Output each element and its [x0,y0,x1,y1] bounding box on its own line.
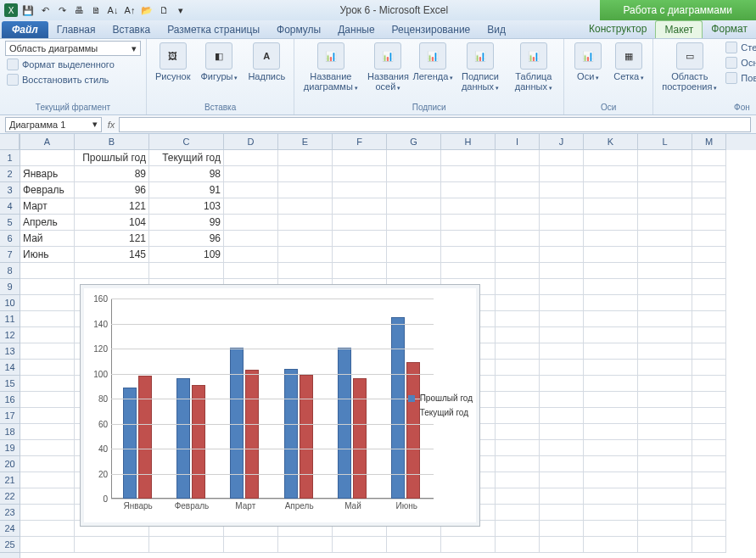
cell[interactable] [333,231,387,247]
chart-legend[interactable]: Прошлый годТекущий год [408,388,473,422]
cell[interactable] [224,537,278,553]
cell[interactable] [540,263,584,279]
cell[interactable] [540,150,584,166]
cell[interactable]: Апрель [20,215,75,231]
tab-review[interactable]: Рецензирование [384,21,479,38]
cell[interactable] [638,488,692,505]
gridlines-button[interactable]: ▦Сетка [610,41,647,85]
cell[interactable] [638,150,692,166]
column-header[interactable]: A [20,134,75,150]
cell[interactable] [638,392,692,408]
cell[interactable] [149,263,224,279]
cell[interactable] [692,198,726,215]
cell[interactable] [584,263,638,279]
cell[interactable] [20,505,75,521]
format-selection-button[interactable]: Формат выделенного [5,58,141,71]
cell[interactable] [638,182,692,198]
row-header[interactable]: 19 [0,440,20,456]
cell[interactable] [20,521,75,537]
row-header[interactable]: 24 [0,521,20,537]
cell[interactable] [441,215,496,231]
cell[interactable] [441,150,496,166]
app-icon[interactable]: X [3,3,19,18]
cell[interactable] [224,263,278,279]
cell[interactable] [496,150,540,166]
cell[interactable] [692,311,726,327]
cell[interactable] [540,440,584,456]
cell[interactable] [584,343,638,360]
save-icon[interactable]: 💾 [20,3,36,18]
cell[interactable]: Январь [20,166,75,182]
cell[interactable] [333,182,387,198]
cell[interactable] [584,392,638,408]
cell[interactable] [20,311,75,327]
cell[interactable] [441,198,496,215]
cell[interactable] [540,505,584,521]
cell[interactable]: 89 [75,166,149,182]
cell[interactable] [333,198,387,215]
cell[interactable] [496,247,540,263]
qat-more-icon[interactable]: ▾ [173,3,188,18]
cell[interactable] [692,505,726,521]
cell[interactable] [638,215,692,231]
cell[interactable] [278,150,333,166]
cell[interactable] [333,263,387,279]
cell[interactable] [692,537,726,553]
cell[interactable] [496,424,540,440]
bar-Текущий год[interactable] [300,375,313,499]
chart-wall-button[interactable]: Стенка диаграммы [724,41,756,54]
bar-Текущий год[interactable] [245,370,259,499]
cell[interactable] [333,150,387,166]
cell[interactable] [584,279,638,295]
cell[interactable] [692,182,726,198]
cell[interactable] [75,263,149,279]
tab-chart-format[interactable]: Формат [703,20,756,38]
cell[interactable] [584,215,638,231]
cell[interactable] [496,279,540,295]
cell[interactable] [584,456,638,472]
cell[interactable] [638,537,692,553]
row-header[interactable]: 14 [0,360,20,376]
row-header[interactable]: 22 [0,488,20,505]
cell[interactable] [20,392,75,408]
legend-button[interactable]: 📊Легенда [414,41,451,85]
sort-asc-icon[interactable]: A↓ [105,3,120,18]
cell[interactable] [540,472,584,488]
redo-icon[interactable]: ↷ [54,3,70,18]
cell[interactable] [584,537,638,553]
cell[interactable] [441,166,496,182]
cell[interactable] [224,182,278,198]
cell[interactable] [584,521,638,537]
row-header[interactable]: 11 [0,311,20,327]
undo-icon[interactable]: ↶ [37,3,53,18]
cell[interactable] [638,231,692,247]
cell[interactable] [692,327,726,343]
cell[interactable] [692,150,726,166]
cell[interactable] [540,408,584,424]
cell[interactable]: Текущий год [149,150,224,166]
cell[interactable] [496,360,540,376]
bar-Текущий год[interactable] [406,362,420,499]
cell[interactable] [638,279,692,295]
row-header[interactable]: 5 [0,215,20,231]
legend-item[interactable]: Прошлый год [408,393,473,403]
cell[interactable]: Март [20,198,75,215]
cell[interactable] [333,215,387,231]
cell[interactable] [692,376,726,392]
tab-insert[interactable]: Вставка [104,21,160,38]
cell[interactable] [496,440,540,456]
chart-floor-button[interactable]: Основание диагра [724,56,756,70]
cell[interactable] [638,376,692,392]
preview-icon[interactable]: 🗎 [88,3,104,18]
row-header[interactable]: 21 [0,472,20,488]
cell[interactable] [20,456,75,472]
row-header[interactable]: 17 [0,408,20,424]
cell[interactable] [540,537,584,553]
cell[interactable] [496,198,540,215]
cell[interactable] [584,408,638,424]
cell[interactable] [224,198,278,215]
cell[interactable] [692,343,726,360]
cell[interactable]: 109 [149,247,224,263]
cell[interactable] [278,231,333,247]
cell[interactable] [540,327,584,343]
